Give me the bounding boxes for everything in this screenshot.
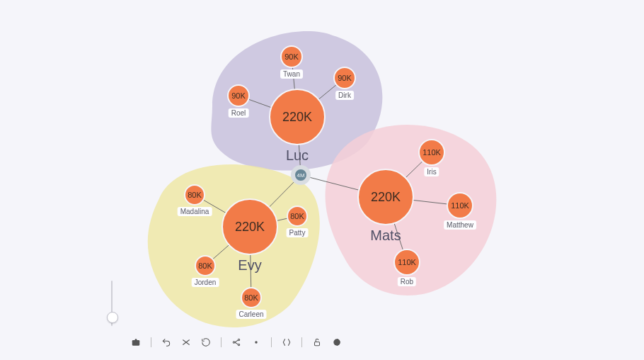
toolbar xyxy=(131,337,342,347)
shuffle-icon xyxy=(181,337,191,347)
node-value: 90K xyxy=(284,52,299,61)
node-value: 110K xyxy=(451,201,469,210)
node-dirk[interactable]: 90K xyxy=(333,67,356,89)
node-matthew[interactable]: 110K xyxy=(447,192,473,219)
contrast-icon xyxy=(332,337,342,347)
camera-icon xyxy=(131,337,141,347)
toolbar-separator xyxy=(271,337,272,347)
dot-icon xyxy=(251,337,261,347)
toolbar-separator xyxy=(301,337,302,347)
node-label-jorden: Jorden xyxy=(192,278,219,287)
node-label-roel: Roel xyxy=(229,108,249,118)
node-value: 90K xyxy=(338,74,352,82)
lock-icon xyxy=(312,337,322,347)
node-carleen[interactable]: 80K xyxy=(241,287,262,308)
node-twan[interactable]: 90K xyxy=(280,45,303,68)
node-label-mats: Mats xyxy=(367,227,403,244)
svg-point-4 xyxy=(238,344,239,345)
undo-button[interactable] xyxy=(161,337,171,347)
svg-point-5 xyxy=(255,341,258,344)
node-value: 220K xyxy=(371,190,401,205)
network-icon xyxy=(231,337,241,347)
focus-button[interactable] xyxy=(251,337,261,347)
refresh-icon xyxy=(201,337,211,347)
node-value: 220K xyxy=(235,220,265,235)
toolbar-separator xyxy=(221,337,222,347)
node-patty[interactable]: 80K xyxy=(287,206,308,227)
node-label-twan: Twan xyxy=(280,69,303,79)
node-label-dirk: Dirk xyxy=(335,91,354,100)
node-value: 80K xyxy=(244,293,258,302)
node-label-madalina: Madalina xyxy=(178,207,212,216)
node-label-iris: Iris xyxy=(424,167,439,176)
lock-button[interactable] xyxy=(312,337,322,347)
node-value: 110K xyxy=(422,148,441,157)
node-label-patty: Patty xyxy=(287,228,309,237)
node-roel[interactable]: 90K xyxy=(227,84,250,107)
node-madalina[interactable]: 80K xyxy=(184,184,205,206)
expand-icon xyxy=(282,337,292,347)
undo-icon xyxy=(161,337,171,347)
node-label-rob: Rob xyxy=(398,277,416,286)
node-rob[interactable]: 110K xyxy=(393,249,420,276)
node-jorden[interactable]: 80K xyxy=(195,255,216,276)
refresh-button[interactable] xyxy=(201,337,211,347)
svg-point-3 xyxy=(238,339,239,340)
links-button[interactable] xyxy=(231,337,241,347)
node-value: 90K xyxy=(231,91,246,100)
node-label-carleen: Carleen xyxy=(236,310,266,319)
node-label-matthew: Matthew xyxy=(444,220,476,230)
hub-node[interactable]: 4M xyxy=(291,165,311,185)
node-label-evy: Evy xyxy=(235,257,264,274)
network-diagram[interactable]: 4M220KLuc90KRoel90KTwan90KDirk220KMats11… xyxy=(0,0,644,360)
node-value: 80K xyxy=(198,261,212,270)
expand-button[interactable] xyxy=(282,337,292,347)
node-luc[interactable]: 220K xyxy=(269,89,326,145)
svg-rect-6 xyxy=(315,342,320,345)
shuffle-button[interactable] xyxy=(181,337,191,347)
node-value: 80K xyxy=(290,212,304,220)
zoom-slider[interactable] xyxy=(110,281,114,326)
node-mats[interactable]: 220K xyxy=(357,169,414,225)
node-evy[interactable]: 220K xyxy=(222,198,278,255)
contrast-button[interactable] xyxy=(332,337,342,347)
toolbar-separator xyxy=(151,337,151,347)
node-label-luc: Luc xyxy=(283,147,311,164)
node-value: 220K xyxy=(282,110,312,125)
svg-point-1 xyxy=(134,342,137,344)
svg-point-2 xyxy=(233,342,234,343)
slider-thumb[interactable] xyxy=(107,312,118,323)
snapshot-button[interactable] xyxy=(131,337,141,347)
node-value: 80K xyxy=(188,191,202,199)
node-value: 110K xyxy=(398,258,416,266)
node-iris[interactable]: 110K xyxy=(418,139,445,166)
